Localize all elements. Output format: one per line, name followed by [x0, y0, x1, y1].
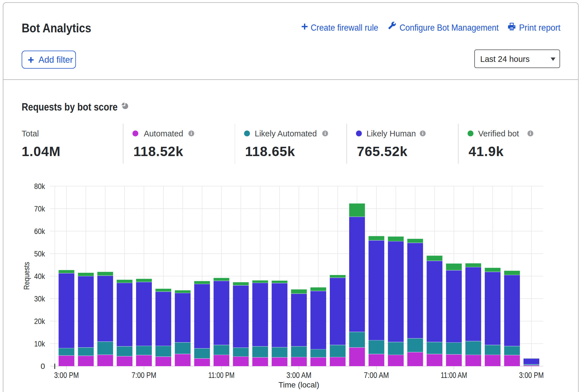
- svg-text:11:00 AM: 11:00 AM: [441, 371, 467, 380]
- svg-text:80k: 80k: [34, 182, 45, 191]
- svg-text:40k: 40k: [34, 272, 45, 281]
- svg-text:7:00 AM: 7:00 AM: [364, 371, 389, 380]
- svg-text:7:00 PM: 7:00 PM: [132, 371, 156, 380]
- svg-text:Requests: Requests: [22, 262, 31, 290]
- svg-text:60k: 60k: [34, 227, 45, 236]
- svg-text:50k: 50k: [34, 249, 45, 258]
- svg-text:70k: 70k: [34, 204, 45, 213]
- svg-text:3:00 PM: 3:00 PM: [519, 371, 544, 380]
- svg-text:0: 0: [40, 362, 45, 371]
- svg-text:20k: 20k: [34, 317, 45, 326]
- svg-text:3:00 PM: 3:00 PM: [54, 371, 79, 380]
- svg-text:Time (local): Time (local): [279, 380, 319, 389]
- svg-text:30k: 30k: [34, 294, 45, 303]
- svg-text:11:00 PM: 11:00 PM: [208, 371, 234, 380]
- svg-text:10k: 10k: [34, 339, 45, 348]
- svg-text:3:00 AM: 3:00 AM: [287, 371, 312, 380]
